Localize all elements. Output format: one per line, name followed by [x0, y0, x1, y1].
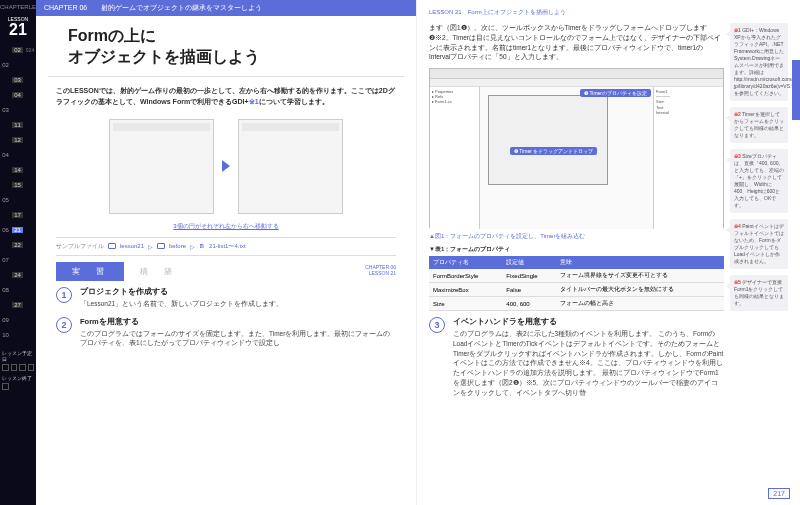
margin-note: ※2 Timerを選択してからフォームをクリックしても同様の結果となります。 — [730, 107, 788, 143]
running-header: LESSON 21 Form上にオブジェクトを描画しよう — [429, 8, 788, 17]
ide-screenshot: ▸ Properties▸ Refs▸ Form1.cs ❶ Timerのプロパ… — [429, 68, 724, 228]
step-desc: このプログラムは、表2に示した3種類のイベントを利用します。 このうち、Form… — [453, 329, 724, 397]
step-number: 3 — [429, 317, 445, 333]
left-page: CHAPTER 06 射的ゲームでオブジェクトの継承をマスターしよう LESSO… — [36, 0, 416, 505]
folder-icon — [108, 243, 116, 249]
sample-file-bar: サンプルファイル lesson21 ▷ before ▷ 🗎21-list1〜4… — [56, 237, 396, 256]
margin-note: ※1 GDI+：Windows XPから導入されたグラフィックAPI。.NET … — [730, 23, 788, 101]
table-caption: ▼表1：フォームのプロパティ — [429, 245, 724, 254]
lesson-badge: LESSON 21 — [0, 14, 36, 42]
step-title: イベントハンドラを用意する — [453, 317, 724, 327]
arrow-icon — [222, 160, 230, 172]
body-text: ます（図1❶）。次に、ツールボックスからTimerをドラッグしフォームへドロップ… — [429, 23, 724, 62]
file-icon: 🗎 — [199, 243, 205, 249]
step-desc: 「Lesson21」という名前で、新しいプロジェクトを作成します。 — [80, 299, 283, 309]
page-title: Formの上にオブジェクトを描画しよう — [48, 16, 404, 77]
margin-note: ※3 Sizeプロパティは、直接「400, 600」と入力しても、左端の「+」を… — [730, 149, 788, 213]
margin-note: ※5 デザイナーで直接Form1をクリックしても同様の結果となります。 — [730, 275, 788, 311]
margin-note: ※4 Paintイベントはデフォルトイベントではないため、Formをダブルクリッ… — [730, 219, 788, 269]
step-title: プロジェクトを作成する — [80, 287, 283, 297]
tab-build[interactable]: 構 築 — [124, 262, 192, 281]
intro-text: このLESSONでは、射的ゲーム作りの最初の一歩として、左から右へ移動する的を作… — [36, 77, 416, 115]
chapter-gutter: CHAPTERLESSONDAYS 0101014020240203040311… — [0, 0, 36, 505]
step-number: 2 — [56, 317, 72, 333]
step-number: 1 — [56, 287, 72, 303]
screenshot-caption: 3個の円がそれぞれ左から右へ移動する — [36, 222, 416, 231]
right-page: LESSON 21 Form上にオブジェクトを描画しよう ます（図1❶）。次に、… — [416, 0, 800, 505]
step-desc: このプログラムではフォームのサイズを固定します。また、Timerを利用します。最… — [80, 329, 396, 349]
chapter-tab — [792, 60, 800, 120]
step-title: Formを用意する — [80, 317, 396, 327]
screenshot-after — [238, 119, 343, 214]
folder-icon — [157, 243, 165, 249]
tab-practice[interactable]: 実 習 — [56, 262, 124, 281]
properties-table: プロパティ名設定値意味 FormBorderStyleFixedSingleフォ… — [429, 256, 724, 311]
page-number: 217 — [768, 488, 790, 499]
figure-caption: ▲図1：フォームのプロパティを設定し、Timerを組み込む — [429, 232, 724, 241]
screenshot-before — [109, 119, 214, 214]
